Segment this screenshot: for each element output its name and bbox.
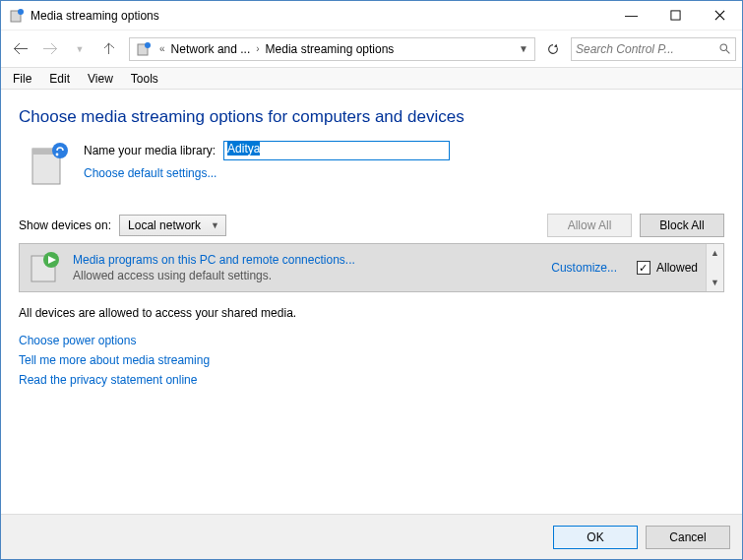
search-placeholder: Search Control P... <box>576 42 674 56</box>
device-list: Media programs on this PC and remote con… <box>19 243 724 292</box>
allowed-checkbox[interactable]: ✓ <box>637 261 650 275</box>
chevron-down-icon: ▼ <box>211 220 219 230</box>
library-label: Name your media library: <box>84 144 216 157</box>
page-title: Choose media streaming options for compu… <box>19 107 724 127</box>
maximize-button[interactable] <box>653 1 698 30</box>
ok-button[interactable]: OK <box>553 526 638 549</box>
menu-edit[interactable]: Edit <box>41 70 78 88</box>
device-subtitle: Allowed access using default settings. <box>73 269 541 282</box>
search-icon <box>718 42 731 55</box>
allow-all-button[interactable]: Allow All <box>547 214 632 237</box>
minimize-button[interactable]: ― <box>609 1 653 30</box>
device-row[interactable]: Media programs on this PC and remote con… <box>20 244 706 291</box>
menu-tools[interactable]: Tools <box>123 70 166 88</box>
svg-point-5 <box>720 44 727 51</box>
media-library-icon <box>29 141 72 188</box>
app-icon <box>9 8 25 24</box>
menubar: File Edit View Tools <box>1 68 742 90</box>
status-text: All devices are allowed to access your s… <box>19 306 724 320</box>
svg-point-1 <box>18 9 24 15</box>
library-name-value: Aditya <box>227 142 260 156</box>
scope-selected: Local network <box>128 218 201 232</box>
chevron-left-icon: « <box>155 43 169 54</box>
up-button[interactable]: 🡡 <box>95 35 123 63</box>
footer: OK Cancel <box>1 514 742 559</box>
close-button[interactable] <box>698 1 742 30</box>
device-title-link[interactable]: Media programs on this PC and remote con… <box>73 253 541 267</box>
customize-link[interactable]: Customize... <box>551 261 617 275</box>
device-scrollbar[interactable]: ▲ ▼ <box>706 244 723 291</box>
chevron-right-icon: › <box>252 43 263 54</box>
back-button[interactable]: 🡠 <box>7 35 34 63</box>
power-options-link[interactable]: Choose power options <box>19 334 724 347</box>
titlebar: Media streaming options ― <box>1 1 742 31</box>
cancel-button[interactable]: Cancel <box>646 526 730 549</box>
svg-point-8 <box>52 143 68 158</box>
choose-default-settings-link[interactable]: Choose default settings... <box>84 166 450 180</box>
address-bar[interactable]: « Network and ... › Media streaming opti… <box>129 37 535 61</box>
block-all-button[interactable]: Block All <box>640 214 724 237</box>
scroll-down-button[interactable]: ▼ <box>707 274 723 291</box>
more-info-link[interactable]: Tell me more about media streaming <box>19 353 724 367</box>
allowed-label: Allowed <box>656 261 698 275</box>
forward-button[interactable]: 🡢 <box>36 35 64 63</box>
refresh-button[interactable] <box>541 37 565 61</box>
bottom-links: Choose power options Tell me more about … <box>19 334 724 387</box>
address-dropdown[interactable]: ▼ <box>515 43 532 54</box>
library-section: Name your media library: Aditya Choose d… <box>19 141 724 188</box>
menu-file[interactable]: File <box>5 70 39 88</box>
content-area: Choose media streaming options for compu… <box>1 90 742 514</box>
scope-dropdown[interactable]: Local network ▼ <box>119 215 226 236</box>
control-panel-icon <box>136 41 152 57</box>
recent-dropdown[interactable]: ▼ <box>66 35 93 63</box>
scroll-up-button[interactable]: ▲ <box>707 244 723 262</box>
window-title: Media streaming options <box>31 9 609 23</box>
search-input[interactable]: Search Control P... <box>571 37 736 61</box>
svg-point-4 <box>145 42 151 48</box>
show-devices-label: Show devices on: <box>19 218 111 232</box>
breadcrumb-seg2[interactable]: Media streaming options <box>264 42 397 56</box>
device-filter-row: Show devices on: Local network ▼ Allow A… <box>19 214 724 237</box>
svg-point-9 <box>56 154 59 156</box>
allowed-checkbox-row: ✓ Allowed <box>637 261 698 275</box>
library-name-input[interactable]: Aditya <box>223 141 450 160</box>
privacy-link[interactable]: Read the privacy statement online <box>19 373 724 387</box>
menu-view[interactable]: View <box>80 70 121 88</box>
device-text: Media programs on this PC and remote con… <box>73 253 541 282</box>
navbar: 🡠 🡢 ▼ 🡡 « Network and ... › Media stream… <box>1 31 742 68</box>
breadcrumb-seg1[interactable]: Network and ... <box>169 42 253 56</box>
device-icon <box>28 250 63 285</box>
svg-rect-2 <box>671 11 680 20</box>
window-root: Media streaming options ― 🡠 🡢 ▼ 🡡 « Netw… <box>0 0 743 560</box>
